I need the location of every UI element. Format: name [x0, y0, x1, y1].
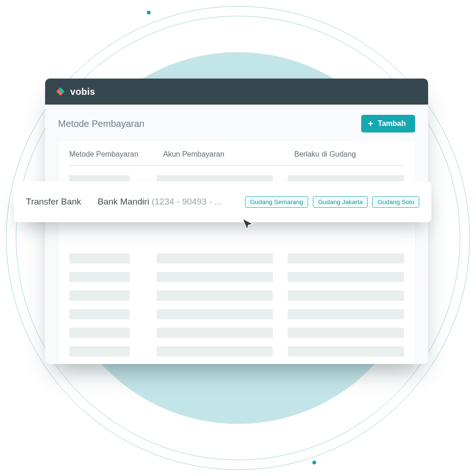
placeholder-cell	[69, 328, 130, 338]
warehouse-chip[interactable]: Gudang Semarang	[245, 196, 308, 208]
add-button[interactable]: + Tambah	[361, 115, 415, 132]
placeholder-cell	[69, 253, 130, 264]
table-row[interactable]	[69, 253, 404, 264]
placeholder-cell	[157, 272, 273, 282]
placeholder-cell	[288, 309, 404, 319]
page-title: Metode Pembayaran	[58, 119, 145, 129]
table-row[interactable]	[69, 309, 404, 319]
col-header-warehouses: Berlaku di Gudang	[294, 150, 404, 159]
table-row[interactable]	[69, 346, 404, 357]
plus-icon: +	[368, 119, 373, 128]
placeholder-cell	[157, 328, 273, 338]
row-method: Transfer Bank	[26, 197, 86, 207]
highlighted-row[interactable]: Transfer Bank Bank Mandiri (1234 - 90493…	[14, 181, 431, 222]
orbit-dot	[311, 459, 318, 466]
app-name: vobis	[70, 86, 95, 97]
placeholder-cell	[157, 346, 273, 357]
warehouse-chip-group: Gudang Semarang Gudang Jakarta Gudang So…	[245, 196, 419, 208]
row-account-number: (1234 - 90493 - ...	[152, 197, 222, 206]
table-row[interactable]	[69, 328, 404, 338]
table-card: Metode Pembayaran Akun Pembayaran Berlak…	[58, 141, 415, 364]
warehouse-chip[interactable]: Gudang Jakarta	[313, 196, 368, 208]
placeholder-cell	[288, 253, 404, 264]
table-row[interactable]	[69, 272, 404, 282]
logo-icon	[55, 86, 66, 97]
placeholder-cell	[69, 291, 130, 301]
col-header-account: Akun Pembayaran	[163, 150, 279, 159]
cursor-icon	[241, 218, 255, 231]
placeholder-cell	[157, 253, 273, 264]
table-header-row: Metode Pembayaran Akun Pembayaran Berlak…	[69, 150, 404, 166]
placeholder-cell	[69, 272, 130, 282]
placeholder-cell	[288, 291, 404, 301]
warehouse-chip[interactable]: Gudang Solo	[372, 196, 419, 208]
page-header: Metode Pembayaran + Tambah	[45, 105, 428, 141]
add-button-label: Tambah	[378, 119, 406, 128]
orbit-dot	[145, 9, 152, 16]
table-row[interactable]	[69, 291, 404, 301]
placeholder-cell	[69, 309, 130, 319]
row-account-name: Bank Mandiri	[98, 197, 149, 206]
placeholder-cell	[288, 272, 404, 282]
row-account: Bank Mandiri (1234 - 90493 - ...	[98, 197, 222, 207]
titlebar: vobis	[45, 79, 428, 105]
placeholder-cell	[288, 328, 404, 338]
placeholder-cell	[69, 346, 130, 357]
placeholder-cell	[288, 346, 404, 357]
placeholder-cell	[157, 309, 273, 319]
col-header-method: Metode Pembayaran	[69, 150, 148, 159]
placeholder-cell	[157, 291, 273, 301]
